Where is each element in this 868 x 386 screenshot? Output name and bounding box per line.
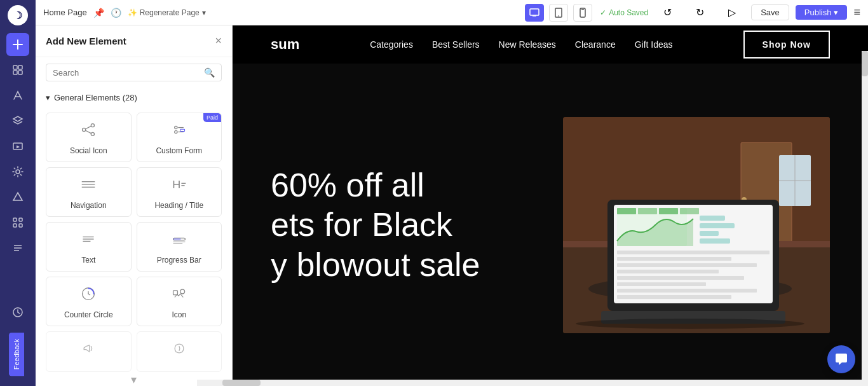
text-preview — [81, 231, 96, 251]
element-audio[interactable] — [46, 331, 132, 372]
interactions-btn[interactable] — [6, 186, 29, 209]
add-element-btn[interactable] — [6, 33, 29, 56]
save-button[interactable]: Save — [751, 4, 789, 20]
svg-rect-1 — [18, 65, 22, 69]
horizontal-scroll-thumb[interactable] — [222, 380, 261, 386]
blog-btn[interactable] — [6, 237, 29, 259]
regenerate-btn[interactable]: ✨ Regenerate Page ▾ — [128, 8, 206, 17]
chevron-down-icon: ▾ — [834, 8, 838, 17]
svg-rect-71 — [617, 263, 757, 267]
svg-rect-69 — [617, 251, 770, 254]
element-heading-label: Heading / Title — [154, 201, 203, 210]
nav-best-sellers[interactable]: Best Sellers — [432, 39, 480, 50]
settings-btn[interactable] — [6, 160, 29, 183]
menu-button[interactable]: ≡ — [853, 6, 860, 19]
paid-badge: Paid — [203, 113, 221, 122]
nav-categories[interactable]: Categories — [370, 39, 413, 50]
svg-point-47 — [180, 289, 184, 294]
panel-header: Add New Element × — [36, 25, 232, 57]
svg-rect-75 — [617, 289, 757, 293]
preview-btn[interactable]: ▷ — [719, 4, 745, 21]
nav-links: Categories Best Sellers New Releases Cle… — [370, 39, 672, 50]
check-icon: ✓ — [600, 8, 606, 17]
element-animation[interactable] — [137, 331, 222, 372]
element-counter-circle[interactable]: Counter Circle — [46, 277, 132, 326]
svg-rect-0 — [13, 65, 17, 69]
audio-preview — [81, 341, 96, 360]
redo-btn[interactable]: ↻ — [687, 4, 713, 21]
close-panel-btn[interactable]: × — [215, 34, 222, 48]
svg-rect-72 — [617, 270, 719, 273]
svg-rect-15 — [530, 9, 539, 15]
elements-grid: Social Icon Paid Custom Form — [36, 107, 232, 373]
design-btn[interactable] — [6, 84, 29, 107]
svg-rect-74 — [617, 282, 706, 286]
element-navigation-label: Navigation — [71, 201, 107, 210]
auto-saved-status: ✓ Auto Saved — [600, 8, 648, 17]
svg-rect-63 — [659, 208, 678, 214]
custom-form-preview — [172, 122, 187, 141]
element-progress-bar[interactable]: Progress Bar — [137, 222, 222, 272]
nav-new-releases[interactable]: New Releases — [499, 39, 556, 50]
main-area: Home Page 📌 🕐 ✨ Regenerate Page ▾ ✓ — [36, 0, 868, 386]
svg-rect-73 — [617, 276, 744, 280]
chevron-down-icon: ▾ — [202, 8, 206, 17]
panel-title: Add New Element — [46, 36, 126, 46]
element-navigation[interactable]: Navigation — [46, 167, 132, 217]
element-custom-form[interactable]: Paid Custom Form — [137, 113, 222, 162]
search-input[interactable] — [53, 68, 199, 78]
device-switcher — [525, 4, 592, 22]
svg-rect-3 — [18, 71, 22, 74]
svg-point-22 — [92, 124, 95, 127]
pin-icon[interactable]: 📌 — [93, 8, 104, 18]
element-icon[interactable]: Icon — [137, 277, 222, 326]
tablet-btn[interactable] — [549, 4, 568, 22]
svg-rect-10 — [19, 224, 22, 227]
svg-rect-7 — [13, 218, 17, 221]
add-element-panel: Add New Element × 🔍 ▾ General Elements (… — [36, 25, 233, 386]
site-logo: sum — [271, 36, 299, 53]
desktop-btn[interactable] — [525, 4, 544, 22]
element-social-icon-label: Social Icon — [70, 146, 107, 155]
svg-point-23 — [92, 132, 95, 135]
top-bar-left: Home Page 📌 🕐 ✨ Regenerate Page ▾ — [43, 8, 517, 18]
svg-line-25 — [86, 130, 92, 133]
page-name: Home Page — [43, 8, 87, 17]
mobile-btn[interactable] — [573, 4, 592, 22]
section-header[interactable]: ▾ General Elements (28) — [36, 88, 232, 107]
undo-btn[interactable]: ↺ — [654, 4, 681, 21]
animation-preview — [172, 341, 187, 360]
feedback-tab[interactable]: Feedback — [9, 333, 24, 376]
media-btn[interactable] — [6, 135, 29, 158]
sparkle-icon: ✨ — [128, 8, 137, 17]
apps-btn[interactable] — [6, 211, 29, 234]
top-bar: Home Page 📌 🕐 ✨ Regenerate Page ▾ ✓ — [36, 0, 868, 25]
svg-rect-76 — [617, 295, 731, 299]
publish-button[interactable]: Publish ▾ — [796, 5, 848, 20]
history-icon[interactable]: 🕐 — [111, 8, 121, 18]
svg-point-5 — [16, 170, 20, 174]
element-text[interactable]: Text — [46, 222, 132, 272]
shop-now-button[interactable]: Shop Now — [743, 31, 830, 59]
vertical-scroll-thumb[interactable] — [862, 51, 868, 76]
svg-point-21 — [83, 128, 86, 131]
counter-circle-preview — [81, 286, 96, 305]
layers-btn[interactable] — [6, 109, 29, 132]
svg-rect-40 — [173, 238, 180, 240]
history-btn[interactable] — [6, 301, 29, 324]
element-heading[interactable]: Heading / Title — [137, 167, 222, 217]
svg-rect-64 — [680, 208, 699, 214]
pages-btn[interactable] — [6, 59, 29, 81]
element-text-label: Text — [81, 256, 95, 265]
horizontal-scrollbar[interactable] — [197, 380, 868, 386]
nav-gift-ideas[interactable]: Gift Ideas — [635, 39, 673, 50]
element-social-icon[interactable]: Social Icon — [46, 113, 132, 162]
nav-clearance[interactable]: Clearance — [575, 39, 616, 50]
element-custom-form-label: Custom Form — [156, 146, 202, 155]
hero-image — [563, 117, 830, 333]
element-counter-circle-label: Counter Circle — [64, 310, 113, 319]
vertical-scrollbar[interactable] — [862, 51, 868, 380]
element-progress-bar-label: Progress Bar — [157, 256, 201, 265]
search-box: 🔍 — [46, 64, 222, 81]
chat-button[interactable] — [827, 345, 855, 373]
